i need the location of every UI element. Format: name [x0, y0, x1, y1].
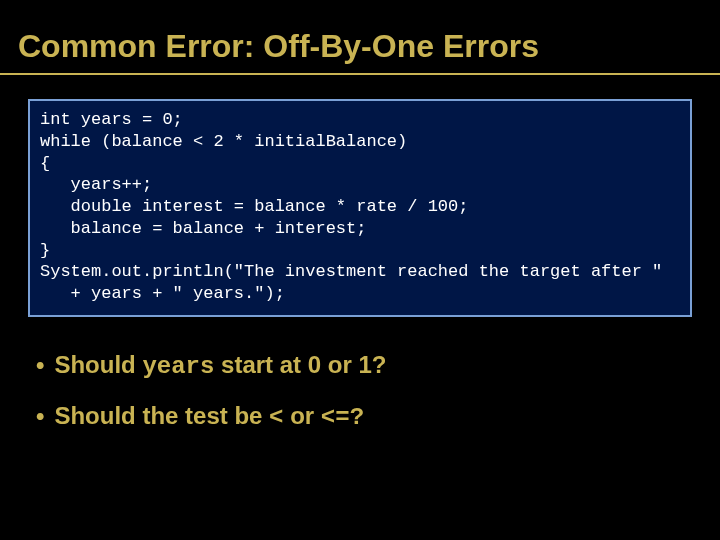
slide: Common Error: Off-By-One Errors int year…: [0, 0, 720, 540]
list-item: • Should years start at 0 or 1?: [36, 351, 684, 380]
slide-title: Common Error: Off-By-One Errors: [0, 0, 720, 71]
bullet-dot-icon: •: [36, 351, 44, 379]
bullet-2-code2: <=?: [321, 404, 364, 431]
bullet-dot-icon: •: [36, 402, 44, 430]
bullet-text: Should the test be < or <=?: [54, 402, 364, 431]
bullet-2-mid: or: [284, 402, 321, 429]
code-block: int years = 0; while (balance < 2 * init…: [28, 99, 692, 317]
bullet-1-post: start at 0 or 1?: [214, 351, 386, 378]
bullet-2-pre: Should the test be: [54, 402, 269, 429]
bullet-2-code1: <: [269, 404, 283, 431]
bullet-list: • Should years start at 0 or 1? • Should…: [36, 351, 684, 431]
bullet-text: Should years start at 0 or 1?: [54, 351, 386, 380]
bullet-1-code: years: [142, 353, 214, 380]
bullet-1-pre: Should: [54, 351, 142, 378]
list-item: • Should the test be < or <=?: [36, 402, 684, 431]
title-underline: [0, 73, 720, 75]
